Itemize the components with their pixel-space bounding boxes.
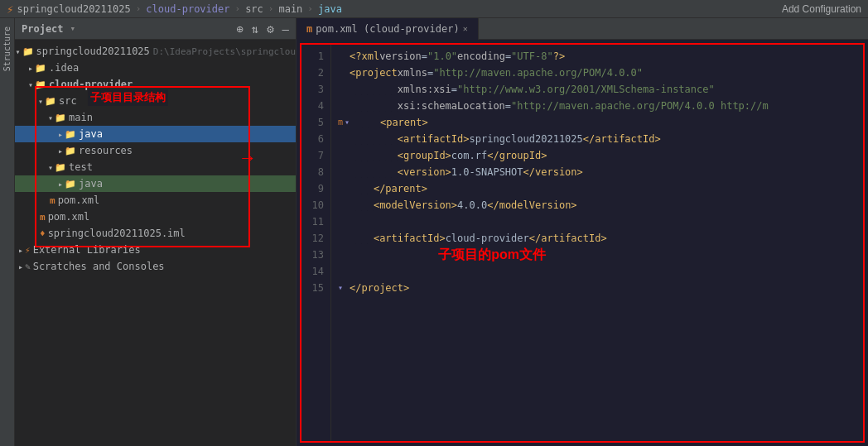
- l7-text: com.rf: [451, 147, 487, 164]
- code-line-14: [338, 263, 856, 280]
- l1-val1: "1.0": [427, 48, 457, 65]
- close-panel-icon[interactable]: —: [282, 22, 289, 36]
- tree-item-pom-cloud[interactable]: m pom.xml: [15, 192, 296, 209]
- l2-tag: project: [355, 65, 398, 81]
- breadcrumb-java[interactable]: java: [318, 3, 342, 15]
- l1-attr1: version: [379, 48, 422, 65]
- breadcrumb-module[interactable]: cloud-provider: [146, 3, 229, 15]
- l7-b1: <: [398, 147, 403, 164]
- tree-item-ext-libs[interactable]: ▸ ⚡ External Libraries: [15, 242, 296, 258]
- src-folder-icon: 📁: [45, 96, 56, 107]
- ext-libs-arrow: ▸: [18, 246, 23, 255]
- code-line-4: ________ xsi:schemaLocation="http://mave…: [338, 98, 856, 114]
- code-line-2: <project xmlns="http://maven.apache.org/…: [338, 65, 856, 81]
- structure-tab[interactable]: Structure: [1, 22, 13, 76]
- ln-10: 10: [301, 197, 324, 213]
- tree-java-test-label: java: [79, 178, 103, 189]
- l9-b1: </: [374, 180, 385, 197]
- l8-tag: version: [403, 164, 446, 180]
- main-arrow: ▾: [48, 113, 53, 122]
- project-dropdown-icon[interactable]: ▾: [70, 23, 76, 34]
- code-line-7: ________ <groupId>com.rf</groupId>: [338, 147, 856, 164]
- src-arrow: ▾: [38, 97, 43, 106]
- add-icon[interactable]: ⊕: [236, 22, 243, 36]
- l10-text: 4.0.0: [457, 197, 487, 213]
- tree-item-java-test[interactable]: ▸ 📁 java: [15, 175, 296, 192]
- tab-close-icon[interactable]: ✕: [463, 24, 468, 33]
- project-tree: ▾ 📁 springcloud20211025 D:\IdeaProjects\…: [15, 40, 296, 446]
- editor-tabs: m pom.xml (cloud-provider) ✕: [297, 18, 868, 40]
- idea-arrow: ▸: [28, 64, 33, 73]
- tree-item-test[interactable]: ▾ 📁 test: [15, 159, 296, 175]
- l12-text: cloud-provider: [446, 230, 529, 247]
- code-editor: 1 2 3 4 5 6 7 8 9 10 11 12 13 14 15: [300, 43, 865, 443]
- tree-item-idea[interactable]: ▸ 📁 .idea: [15, 60, 296, 76]
- l4-eq: =: [505, 98, 511, 114]
- l5-indent: ____: [356, 114, 380, 131]
- l7-b4: >: [541, 147, 547, 164]
- project-panel-title: Project: [22, 23, 64, 35]
- l12-b2: >: [439, 230, 445, 247]
- code-line-9: ____ </parent>: [338, 180, 856, 197]
- fold-5[interactable]: ▾: [345, 114, 356, 131]
- l12-b4: >: [600, 230, 606, 247]
- ln-2: 2: [301, 65, 324, 81]
- breadcrumb-main[interactable]: main: [278, 3, 302, 15]
- project-icon: 📁: [22, 46, 34, 57]
- tree-item-root[interactable]: ▾ 📁 springcloud20211025 D:\IdeaProjects\…: [15, 43, 296, 60]
- fold-6: [338, 131, 350, 147]
- tree-item-scratches[interactable]: ▸ ✎ Scratches and Consoles: [15, 258, 296, 275]
- ln-5: 5: [301, 114, 324, 131]
- ln-1: 1: [301, 48, 324, 65]
- settings-icon[interactable]: ⇅: [252, 22, 258, 36]
- add-configuration-button[interactable]: Add Configuration: [782, 3, 861, 15]
- ln-7: 7: [301, 147, 324, 164]
- fold-3: [338, 81, 350, 98]
- tree-item-src[interactable]: ▾ 📁 src: [15, 93, 296, 109]
- l10-tag: modelVersion: [379, 197, 451, 213]
- tree-item-main[interactable]: ▾ 📁 main: [15, 109, 296, 126]
- tree-item-resources[interactable]: ▸ 📁 resources: [15, 142, 296, 159]
- fold-4: [338, 98, 350, 114]
- l6-b1: <: [398, 131, 403, 147]
- gear-icon[interactable]: ⚙: [267, 22, 273, 36]
- fold-15[interactable]: ▾: [338, 280, 350, 296]
- l5-tag: parent: [386, 114, 422, 131]
- l15-b1: </: [350, 280, 361, 296]
- ln-12: 12: [301, 230, 324, 247]
- java-main-arrow: ▸: [58, 130, 63, 139]
- tree-item-java-main[interactable]: ▸ 📁 java: [15, 126, 296, 142]
- fold-1: [338, 48, 350, 65]
- fold-11: [338, 213, 350, 230]
- ln-6: 6: [301, 131, 324, 147]
- l6-b3: </: [583, 131, 595, 147]
- resources-arrow: ▸: [58, 146, 63, 156]
- editor-tab-pom[interactable]: m pom.xml (cloud-provider) ✕: [297, 18, 479, 40]
- code-content[interactable]: <?xml version="1.0" encoding="UTF-8"?> <…: [331, 45, 863, 441]
- tree-item-cloud-provider[interactable]: ▾ 📁 cloud-provider: [15, 76, 296, 93]
- tree-root-path: D:\IdeaProjects\springclou: [153, 46, 296, 57]
- l5-marker: m: [338, 114, 343, 131]
- main-folder-icon: 📁: [55, 113, 66, 123]
- tree-item-iml[interactable]: ♦ springcloud20211025.iml: [15, 225, 296, 242]
- ln-11: 11: [301, 213, 324, 230]
- expand-arrow: ▾: [16, 47, 21, 56]
- tree-item-pom-root[interactable]: m pom.xml: [15, 209, 296, 225]
- l9-indent: ____: [350, 180, 374, 197]
- l2-b1: <: [350, 65, 355, 81]
- l7-indent: ________: [350, 147, 398, 164]
- breadcrumb-project[interactable]: springcloud20211025: [17, 3, 130, 15]
- code-line-12: ____ <artifactId>cloud-provider</artifac…: [338, 230, 856, 247]
- tree-idea-label: .idea: [49, 62, 79, 74]
- l12-etag: artifactId: [541, 230, 600, 247]
- code-line-15: ▾ </project>: [338, 280, 856, 296]
- l10-b1: <: [374, 197, 379, 213]
- l6-indent: ________: [350, 131, 398, 147]
- tree-src-label: src: [59, 95, 77, 107]
- l2-eq: =: [427, 65, 433, 81]
- fold-14: [338, 263, 350, 280]
- tree-test-label: test: [69, 161, 93, 173]
- l7-b3: </: [487, 147, 499, 164]
- l1-eq1: =: [422, 48, 427, 65]
- breadcrumb-src[interactable]: src: [245, 3, 263, 15]
